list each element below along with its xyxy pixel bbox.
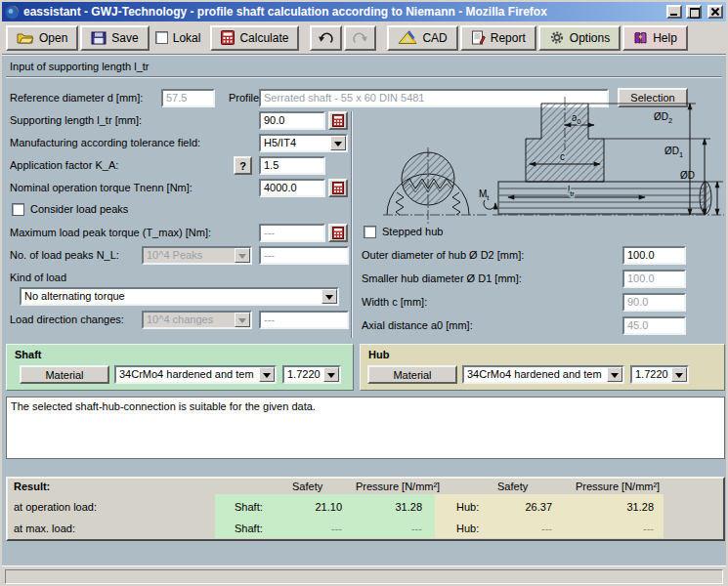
options-gear-icon [549,30,565,45]
tolerance-field-value: H5/IT4 [264,136,328,150]
dim-d-label: ØD [680,170,695,181]
result-header-shaft-pressure: Pressure [N/mm²] [356,480,440,493]
report-button[interactable]: Report [460,25,536,51]
maximize-button[interactable] [686,5,702,19]
help-book-icon [633,31,648,45]
window-title: eassistant - GWJ-Technology - profile sh… [23,5,663,19]
shaft-material-number-combo[interactable]: 1.7220 [282,365,341,384]
toolbar: Open Save Lokal Calculate [2,21,726,54]
status-bar [2,565,726,586]
reference-diameter-field: 57.5 [161,89,215,107]
calculate-button[interactable]: Calculate [210,25,299,51]
max-peak-torque-label: Maximum load peak torque (T_max) [Nm]: [10,224,211,242]
chevron-down-icon[interactable] [323,367,339,382]
result-hub-pressure-value: 31.28 [603,500,654,514]
supporting-length-field[interactable]: 90.0 [259,111,325,130]
load-direction-field: --- [259,311,349,329]
hub-material-number-combo[interactable]: 1.7220 [630,365,689,384]
shaft-material-combo[interactable]: 34CrMo4 hardened and tem [114,365,277,384]
nominal-torque-calc-button[interactable] [328,179,348,197]
result-header-hub-pressure: Pressure [N/mm²] [576,480,660,493]
undo-button[interactable] [310,25,342,51]
application-factor-help-button[interactable]: ? [234,156,252,175]
shaft-material-name: 34CrMo4 hardened and tem [119,367,257,382]
outer-diameter-label: Outer diameter of hub Ø D2 [mm]: [362,246,524,265]
chevron-down-icon[interactable] [330,136,346,150]
options-label: Options [570,31,610,45]
report-label: Report [491,31,526,45]
hub-material-combo[interactable]: 34CrMo4 hardened and tem [462,365,624,384]
page-heading: Input of supporting length l_tr [10,58,149,76]
application-factor-field[interactable]: 1.5 [259,156,325,175]
profile-label: Profile: [229,89,262,107]
open-label: Open [39,31,67,45]
save-button[interactable]: Save [80,25,149,51]
max-peak-torque-field: --- [259,224,325,242]
smaller-diameter-label: Smaller hub diameter Ø D1 [mm]: [362,270,522,288]
result-header-shaft-safety: Safety [292,480,322,493]
kind-of-load-value: No alternating torque [24,289,320,304]
shaft-material-number: 1.7220 [287,367,321,382]
help-button[interactable]: Help [622,25,688,51]
dim-c-label: c [560,151,565,162]
chevron-down-icon[interactable] [671,367,687,382]
heading-divider [6,76,722,78]
hub-material-button-label: Material [393,369,431,381]
calculate-label: Calculate [239,31,288,45]
hub-material-number: 1.7220 [635,367,669,382]
result-hub-label: Hub: [456,500,479,514]
close-button[interactable] [707,5,723,19]
dim-ltr-label: ltr [568,185,575,198]
result-shaft-label: Shaft: [235,500,263,514]
reference-diameter-label: Reference diameter d [mm]: [10,89,143,107]
result-hub-safety-value: --- [501,522,552,535]
shaft-material-button-label: Material [45,369,83,381]
result-row-label: at operation load: [14,500,97,514]
lokal-label: Lokal [173,31,201,45]
consider-load-peaks-checkbox[interactable] [12,203,24,216]
chevron-down-icon[interactable] [259,367,275,382]
status-bar-field [5,569,723,584]
result-shaft-pressure-value: 31.28 [371,500,422,514]
shaft-material-button[interactable]: Material [20,365,109,384]
column-divider [351,111,353,338]
stepped-hub-checkbox[interactable] [364,226,376,238]
application-window: eassistant - GWJ-Technology - profile sh… [0,0,728,586]
application-factor-label: Application factor K_A: [10,156,118,175]
calculator-icon [332,114,344,127]
cad-icon [398,30,417,45]
result-hub-safety-value: 26.37 [501,500,552,514]
shaft-hub-technical-drawing: a0 c ltr Mt ØD2 ØD1 ØD [383,96,727,229]
minimize-button[interactable] [666,5,682,19]
load-direction-label: Load direction changes: [10,311,124,329]
nominal-torque-field[interactable]: 4000.0 [259,179,325,197]
hub-panel-title: Hub [368,347,389,362]
dim-d1-label: ØD1 [664,146,683,159]
kind-of-load-combo[interactable]: No alternating torque [20,287,339,306]
load-peaks-field: --- [259,246,349,265]
supporting-length-calc-button[interactable] [328,111,348,130]
firefox-icon [5,5,20,20]
axial-distance-label: Axial distance a0 [mm]: [362,316,473,335]
tolerance-field-combo[interactable]: H5/IT4 [259,134,348,152]
kind-of-load-label: Kind of load [10,269,66,287]
open-folder-icon [17,31,34,45]
tolerance-field-label: Manufacturing according tolerance field: [10,134,200,152]
report-document-icon [471,30,486,45]
lokal-checkbox[interactable] [155,31,168,44]
cad-button[interactable]: CAD [387,25,457,51]
message-area[interactable]: The selected shaft-hub-connection is sui… [6,397,725,459]
max-peak-torque-calc-button [328,224,348,242]
options-button[interactable]: Options [538,25,621,51]
open-button[interactable]: Open [6,25,78,51]
chevron-down-icon[interactable] [607,367,622,382]
undo-icon [318,31,334,45]
load-peaks-unit-value: 10^4 Peaks [147,248,233,263]
chevron-down-icon[interactable] [321,289,337,304]
question-mark-icon: ? [239,160,246,172]
outer-diameter-field[interactable]: 100.0 [622,246,686,265]
hub-material-button[interactable]: Material [367,365,457,384]
result-title: Result: [14,480,50,493]
shaft-panel-title: Shaft [15,347,42,362]
consider-load-peaks-label: Consider load peaks [30,200,128,219]
